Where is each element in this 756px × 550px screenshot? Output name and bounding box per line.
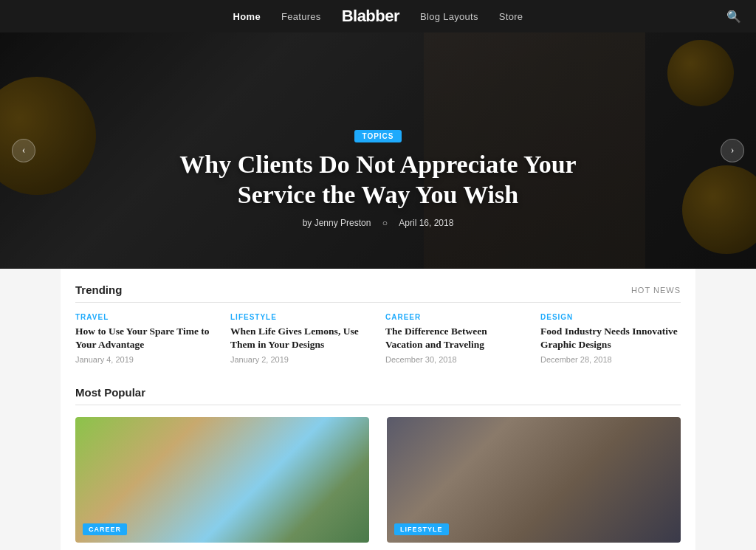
topics-badge[interactable]: TOPICS [354,130,401,142]
most-popular-header: Most Popular [75,386,681,405]
popular-badge-2: LIFESTYLE [394,523,449,535]
hot-news-label: HOT NEWS [631,286,681,295]
trending-item-title-2[interactable]: When Life Gives Lemons, Use Them in Your… [230,325,371,351]
trending-item-title-1[interactable]: How to Use Your Spare Time to Your Advan… [75,325,216,351]
trending-item-4: DESIGN Food Industry Needs Innovative Gr… [540,313,681,364]
most-popular-title: Most Popular [75,386,145,399]
trending-item-2: LIFESTYLE When Life Gives Lemons, Use Th… [230,313,371,364]
main-content: Trending HOT NEWS TRAVEL How to Use Your… [61,269,695,550]
nav-link-store[interactable]: Store [499,11,523,22]
site-logo[interactable]: Blabber [342,7,399,26]
trending-item-date-1: January 4, 2019 [75,355,216,364]
hero-section: TOPICS Why Clients Do Not Appreciate You… [0,32,756,269]
trending-item-title-3[interactable]: The Difference Between Vacation and Trav… [385,325,526,351]
nav-link-blog-layouts[interactable]: Blog Layouts [420,11,478,22]
hero-next-button[interactable]: › [721,139,744,162]
trending-item-1: TRAVEL How to Use Your Spare Time to You… [75,313,216,364]
trending-header: Trending HOT NEWS [75,283,681,303]
hero-date: April 16, 2018 [399,218,453,228]
trending-item-3: CAREER The Difference Between Vacation a… [385,313,526,364]
trending-grid: TRAVEL How to Use Your Spare Time to You… [75,313,681,364]
trending-section: Trending HOT NEWS TRAVEL How to Use Your… [75,269,681,371]
trending-item-date-3: December 30, 2018 [385,355,526,364]
hero-prev-button[interactable]: ‹ [12,139,35,162]
trending-item-date-4: December 28, 2018 [540,355,681,364]
trending-category-4: DESIGN [540,313,681,321]
trending-title: Trending [75,283,122,296]
nav-link-features[interactable]: Features [281,11,321,22]
popular-badge-1: CAREER [83,523,127,535]
popular-item-1: CAREER What Keeps Us Going: Find Your Wa… [75,417,369,550]
most-popular-section: Most Popular CAREER What Keeps Us Going:… [75,371,681,550]
popular-img-1[interactable]: CAREER [75,417,369,543]
trending-category-2: LIFESTYLE [230,313,371,321]
trending-item-date-2: January 2, 2019 [230,355,371,364]
popular-item-2: LIFESTYLE There Is No Way People Can Tak… [387,417,681,550]
hero-author: by Jenny Preston [303,218,371,228]
hero-content: TOPICS Why Clients Do Not Appreciate You… [149,130,607,228]
trending-category-3: CAREER [385,313,526,321]
popular-img-2[interactable]: LIFESTYLE [387,417,681,543]
search-icon[interactable]: 🔍 [726,10,741,24]
navbar: Home Features Blabber Blog Layouts Store… [0,0,756,32]
trending-category-1: TRAVEL [75,313,216,321]
nav-link-home[interactable]: Home [233,11,261,22]
trending-item-title-4[interactable]: Food Industry Needs Innovative Graphic D… [540,325,681,351]
popular-grid: CAREER What Keeps Us Going: Find Your Wa… [75,417,681,550]
hero-dot: ○ [382,218,388,228]
hero-title: Why Clients Do Not Appreciate Your Servi… [149,150,607,210]
hero-meta: by Jenny Preston ○ April 16, 2018 [149,218,607,228]
